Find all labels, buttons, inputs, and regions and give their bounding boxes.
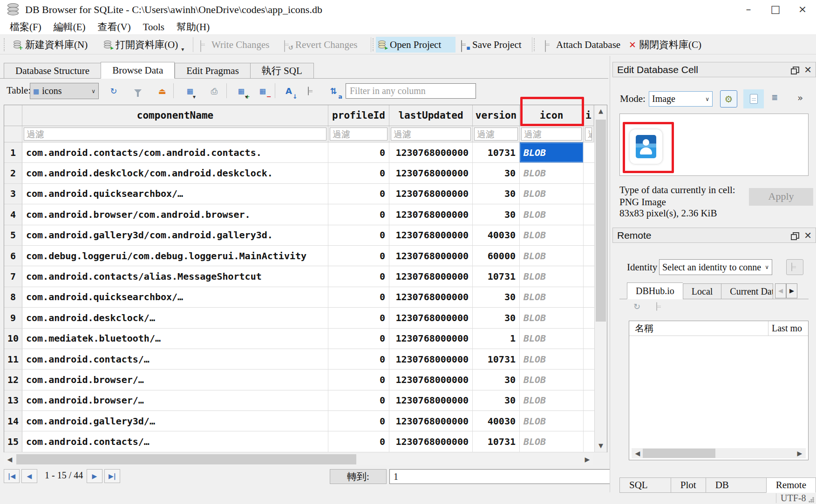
refresh-table-icon[interactable]: ↻ — [106, 84, 121, 98]
grid-horizontal-scrollbar[interactable]: ◀ ▶ — [4, 453, 593, 465]
remote-clone-database-icon[interactable] — [655, 302, 664, 311]
cell-version[interactable]: 30 — [473, 287, 520, 307]
filter-any-column-input[interactable]: Filter in any column — [346, 83, 476, 99]
cell-icon[interactable]: BLOB — [520, 163, 584, 183]
first-record-button[interactable]: |◀ — [4, 469, 20, 483]
cell-icon[interactable]: BLOB — [520, 204, 584, 224]
cell-componentName[interactable]: com.android.browser/… — [22, 390, 328, 410]
tab-edit-pragmas[interactable]: Edit Pragmas — [175, 63, 250, 79]
cell-profileId[interactable]: 0 — [328, 329, 389, 349]
goto-button[interactable]: 轉到: — [330, 469, 387, 484]
encoding-indicator[interactable]: UTF-8 — [781, 493, 806, 504]
row-number[interactable]: 9 — [4, 308, 22, 328]
cell-version[interactable]: 60000 — [473, 246, 520, 266]
cell-icon[interactable]: BLOB — [520, 246, 584, 266]
cell-icon[interactable]: BLOB — [520, 266, 584, 286]
remote-list-header-lastmodified[interactable]: Last mo — [768, 321, 808, 336]
cell-componentName[interactable]: com.android.browser/com.android.browser. — [22, 204, 328, 224]
table-row[interactable]: 4 com.android.browser/com.android.browse… — [4, 204, 607, 225]
cell-profileId[interactable]: 0 — [328, 287, 389, 307]
cell-icon[interactable]: BLOB — [520, 142, 584, 162]
save-project-button[interactable]: ▪ Save Project — [458, 37, 524, 53]
cell-version[interactable]: 30 — [473, 184, 520, 204]
cell-lastUpdated[interactable]: 1230768000000 — [389, 329, 473, 349]
datatype-doc-icon[interactable] — [304, 84, 319, 98]
tab-scroll-left-icon[interactable]: ◀ — [775, 283, 786, 298]
grid-vertical-scrollbar[interactable]: ▲ ▼ — [594, 105, 607, 452]
sort-order-icon[interactable]: ⇅a — [326, 84, 341, 98]
cell-lastUpdated[interactable]: 1230768000000 — [389, 142, 473, 162]
cell-componentName[interactable]: com.android.quicksearchbox/… — [22, 184, 328, 204]
text-view-button[interactable] — [743, 89, 764, 108]
filter-profileId[interactable]: 過濾 — [328, 126, 389, 142]
header-partial[interactable]: i — [584, 105, 594, 126]
cell-lastUpdated[interactable]: 1230768000000 — [389, 349, 473, 369]
scroll-left-icon[interactable]: ◀ — [4, 453, 16, 465]
undock-icon[interactable] — [791, 232, 797, 239]
cell-version[interactable]: 40030 — [473, 411, 520, 431]
cell-version[interactable]: 10731 — [473, 431, 520, 451]
table-row[interactable]: 15 com.android.contacts/… 0 123076800000… — [4, 431, 607, 452]
table-row[interactable]: 6 com.debug.loggerui/com.debug.loggerui.… — [4, 246, 607, 266]
row-number[interactable]: 12 — [4, 370, 22, 390]
row-number[interactable]: 13 — [4, 390, 22, 410]
last-record-button[interactable]: ▶| — [104, 469, 120, 483]
cell-componentName[interactable]: com.android.contacts/com.android.contact… — [22, 142, 328, 162]
scroll-left-icon[interactable]: ◀ — [632, 448, 644, 460]
cell-profileId[interactable]: 0 — [328, 390, 389, 410]
tab-execute-sql[interactable]: 執行 SQL — [250, 63, 314, 79]
cell-profileId[interactable]: 0 — [328, 163, 389, 183]
header-profileId[interactable]: profileId — [328, 105, 389, 126]
cell-lastUpdated[interactable]: 1230768000000 — [389, 431, 473, 451]
tab-browse-data[interactable]: Browse Data — [101, 62, 175, 79]
remote-tab-current-database[interactable]: Current Dat — [721, 283, 773, 299]
remote-list-scrollbar[interactable]: ◀ ▶ — [632, 448, 806, 458]
cell-profileId[interactable]: 0 — [328, 308, 389, 328]
cell-icon[interactable]: BLOB — [520, 329, 584, 349]
table-row[interactable]: 8 com.android.quicksearchbox/… 0 1230768… — [4, 287, 607, 308]
write-changes-button[interactable]: Write Changes — [197, 37, 272, 53]
cell-lastUpdated[interactable]: 1230768000000 — [389, 308, 473, 328]
menu-file[interactable]: 檔案(F) — [4, 20, 48, 34]
cell-profileId[interactable]: 0 — [328, 411, 389, 431]
cell-version[interactable]: 30 — [473, 390, 520, 410]
table-row[interactable]: 12 com.android.browser/… 0 1230768000000… — [4, 370, 607, 390]
tab-scroll-right-icon[interactable]: ▶ — [786, 283, 797, 298]
attach-database-button[interactable]: Attach Database — [542, 37, 622, 53]
cell-icon[interactable]: BLOB — [520, 349, 584, 369]
cell-componentName[interactable]: com.android.gallery3d/com.android.galler… — [22, 225, 328, 245]
toolbar-overflow-icon[interactable]: » — [797, 92, 802, 103]
header-icon[interactable]: icon — [520, 105, 584, 126]
import-settings-button[interactable]: ⚙ — [720, 90, 737, 108]
cell-componentName[interactable]: com.android.contacts/… — [22, 349, 328, 369]
row-number[interactable]: 5 — [4, 225, 22, 245]
table-row[interactable]: 5 com.android.gallery3d/com.android.gall… — [4, 225, 607, 246]
cell-lastUpdated[interactable]: 1230768000000 — [389, 287, 473, 307]
cell-profileId[interactable]: 0 — [328, 204, 389, 224]
identity-dropdown[interactable]: Select an identity to conne ∨ — [659, 259, 772, 275]
row-number[interactable]: 14 — [4, 411, 22, 431]
cell-version[interactable]: 10731 — [473, 349, 520, 369]
cell-version[interactable]: 30 — [473, 204, 520, 224]
cell-icon[interactable]: BLOB — [520, 370, 584, 390]
open-project-button[interactable]: ▸ Open Project — [376, 37, 456, 53]
minimize-button[interactable]: – — [735, 0, 762, 20]
revert-changes-button[interactable]: ↺ Revert Changes — [281, 37, 360, 53]
cell-componentName[interactable]: com.android.deskclock/com.android.deskcl… — [22, 163, 328, 183]
remote-database-list[interactable]: 名稱 Last mo ◀ ▶ — [629, 321, 809, 460]
cell-lastUpdated[interactable]: 1230768000000 — [389, 390, 473, 410]
header-componentName[interactable]: componentName — [22, 105, 328, 126]
cell-version[interactable]: 30 — [473, 370, 520, 390]
filter-icon[interactable]: 過濾 — [520, 126, 584, 142]
cell-componentName[interactable]: com.android.browser/… — [22, 370, 328, 390]
resize-grip[interactable] — [809, 497, 814, 503]
cell-componentName[interactable]: com.android.quicksearchbox/… — [22, 287, 328, 307]
cell-profileId[interactable]: 0 — [328, 225, 389, 245]
scroll-right-icon[interactable]: ▶ — [794, 448, 806, 460]
cell-icon[interactable]: BLOB — [520, 184, 584, 204]
save-filters-icon[interactable]: ⏏ — [155, 84, 170, 98]
print-icon[interactable]: ⎙ — [207, 84, 222, 98]
cell-profileId[interactable]: 0 — [328, 184, 389, 204]
cell-lastUpdated[interactable]: 1230768000000 — [389, 411, 473, 431]
edit-display-format-icon[interactable]: A↓ — [281, 84, 296, 98]
